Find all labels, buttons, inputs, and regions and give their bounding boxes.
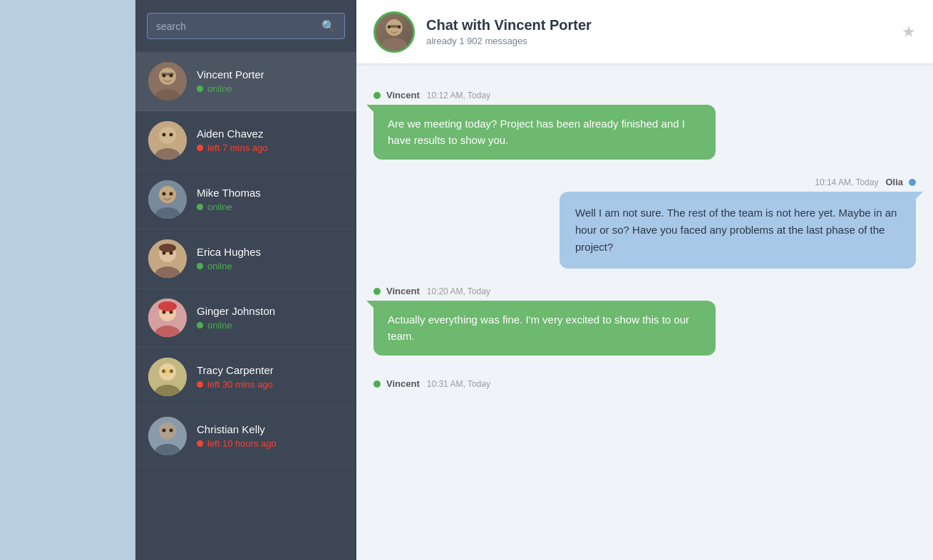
chat-header-name: Chat with Vincent Porter [426, 17, 902, 33]
contact-info-ginger-johnston: Ginger Johnston online [197, 305, 275, 331]
contacts-list: Vincent Porter online Aiden Chavez left … [135, 52, 356, 560]
svg-point-10 [170, 133, 173, 137]
contact-avatar-erica-hughes [148, 239, 187, 278]
contact-avatar-ginger-johnston [148, 299, 187, 337]
sender-name-4: Vincent [386, 378, 420, 389]
svg-point-7 [159, 127, 176, 144]
contact-item-ginger-johnston[interactable]: Ginger Johnston online [135, 289, 356, 348]
contact-name-vincent-porter: Vincent Porter [197, 68, 264, 81]
contact-avatar-christian-kelly [148, 417, 187, 455]
contact-name-christian-kelly: Christian Kelly [197, 423, 277, 435]
chat-messages: Vincent 10:12 AM, Today Are we meeting t… [356, 64, 933, 560]
svg-point-37 [163, 429, 166, 432]
left-background [0, 0, 135, 560]
contact-item-erica-hughes[interactable]: Erica Hughes online [135, 229, 356, 289]
svg-point-15 [170, 192, 173, 196]
message-out-3: Actually everything was fine. I'm very e… [373, 301, 916, 356]
status-text-erica-hughes: online [207, 261, 232, 271]
sender-name-3: Vincent [386, 286, 420, 296]
contact-status-vincent-porter: online [197, 83, 264, 94]
chat-header: Chat with Vincent Porter already 1 902 m… [356, 0, 933, 64]
message-bubble-2: Well I am not sure. The rest of the team… [560, 192, 916, 269]
search-input-wrap[interactable]: 🔍 [147, 13, 345, 39]
message-in-header-2: 10:14 AM, Today Olia [373, 177, 916, 187]
favorite-star-icon[interactable]: ★ [902, 23, 916, 41]
message-sender-row-3: Vincent 10:20 AM, Today [373, 286, 916, 296]
svg-point-27 [158, 301, 177, 311]
status-text-christian-kelly: left 10 hours ago [207, 438, 277, 449]
svg-rect-41 [390, 25, 399, 28]
search-input[interactable] [156, 21, 321, 32]
sender-time-1: 10:12 AM, Today [427, 90, 490, 100]
status-text-aiden-chavez: left 7 mins ago [207, 142, 268, 153]
contact-item-vincent-porter[interactable]: Vincent Porter online [135, 52, 356, 111]
contact-status-christian-kelly: left 10 hours ago [197, 438, 277, 449]
svg-point-33 [163, 368, 172, 376]
status-dot-vincent-porter [197, 85, 203, 92]
message-bubble-3: Actually everything was fine. I'm very e… [373, 301, 716, 356]
sender-time-4: 10:31 AM, Today [427, 379, 490, 389]
contact-info-tracy-carpenter: Tracy Carpenter left 30 mins ago [197, 364, 274, 390]
status-dot-mike-thomas [197, 204, 203, 210]
status-dot-ginger-johnston [197, 322, 203, 328]
message-sender-row-4: Vincent 10:31 AM, Today [373, 378, 916, 389]
contact-info-mike-thomas: Mike Thomas online [197, 187, 261, 212]
svg-point-40 [381, 38, 407, 51]
contact-info-christian-kelly: Christian Kelly left 10 hours ago [197, 423, 277, 449]
chat-panel: Chat with Vincent Porter already 1 902 m… [356, 0, 933, 560]
sender-status-dot-1 [373, 92, 381, 99]
contact-status-ginger-johnston: online [197, 320, 275, 331]
chat-header-avatar [373, 11, 415, 53]
message-sender-row-1: Vincent 10:12 AM, Today [373, 90, 916, 100]
receiver-status-dot-2 [909, 179, 916, 186]
contact-status-aiden-chavez: left 7 mins ago [197, 142, 268, 153]
contact-name-aiden-chavez: Aiden Chavez [197, 128, 268, 140]
svg-point-38 [170, 429, 173, 432]
contact-item-aiden-chavez[interactable]: Aiden Chavez left 7 mins ago [135, 111, 356, 170]
chat-header-info: Chat with Vincent Porter already 1 902 m… [426, 17, 902, 46]
sender-time-3: 10:20 AM, Today [427, 286, 490, 296]
contact-avatar-aiden-chavez [148, 121, 187, 160]
contact-item-mike-thomas[interactable]: Mike Thomas online [135, 170, 356, 229]
contact-info-aiden-chavez: Aiden Chavez left 7 mins ago [197, 128, 268, 153]
svg-rect-5 [161, 73, 174, 76]
contact-status-tracy-carpenter: left 30 mins ago [197, 379, 274, 390]
message-bubble-1: Are we meeting today? Project has been a… [373, 105, 716, 160]
receiver-time-2: 10:14 AM, Today [815, 177, 878, 187]
status-dot-tracy-carpenter [197, 381, 203, 388]
contact-item-christian-kelly[interactable]: Christian Kelly left 10 hours ago [135, 407, 356, 466]
sender-status-dot-4 [373, 380, 381, 388]
contact-info-erica-hughes: Erica Hughes online [197, 246, 261, 271]
contact-status-mike-thomas: online [197, 202, 261, 212]
svg-point-43 [398, 25, 401, 28]
contact-name-mike-thomas: Mike Thomas [197, 187, 261, 199]
contact-name-ginger-johnston: Ginger Johnston [197, 305, 275, 317]
status-dot-christian-kelly [197, 440, 203, 447]
svg-point-1 [159, 68, 176, 85]
contact-name-tracy-carpenter: Tracy Carpenter [197, 364, 274, 376]
status-text-ginger-johnston: online [207, 320, 232, 331]
receiver-name-2: Olia [885, 177, 903, 187]
contact-info-vincent-porter: Vincent Porter online [197, 68, 264, 94]
svg-point-9 [163, 133, 166, 137]
contact-avatar-tracy-carpenter [148, 358, 187, 396]
search-icon[interactable]: 🔍 [321, 19, 336, 33]
status-dot-erica-hughes [197, 263, 203, 269]
status-dot-aiden-chavez [197, 145, 203, 151]
contact-avatar-vincent-porter [148, 62, 187, 100]
svg-point-14 [163, 192, 166, 196]
contacts-panel: 🔍 Vincent Porter online [135, 0, 356, 560]
status-text-mike-thomas: online [207, 202, 232, 212]
svg-point-35 [159, 422, 176, 440]
status-text-vincent-porter: online [207, 83, 232, 94]
contact-avatar-mike-thomas [148, 180, 187, 219]
sender-name-1: Vincent [386, 90, 420, 100]
svg-point-21 [159, 244, 176, 252]
svg-point-42 [388, 25, 391, 28]
sender-status-dot-3 [373, 288, 381, 295]
message-in-2: Well I am not sure. The rest of the team… [373, 192, 916, 269]
contact-item-tracy-carpenter[interactable]: Tracy Carpenter left 30 mins ago [135, 348, 356, 407]
message-out-1: Are we meeting today? Project has been a… [373, 105, 916, 160]
search-bar: 🔍 [135, 0, 356, 52]
chat-header-subtitle: already 1 902 messages [426, 36, 902, 46]
